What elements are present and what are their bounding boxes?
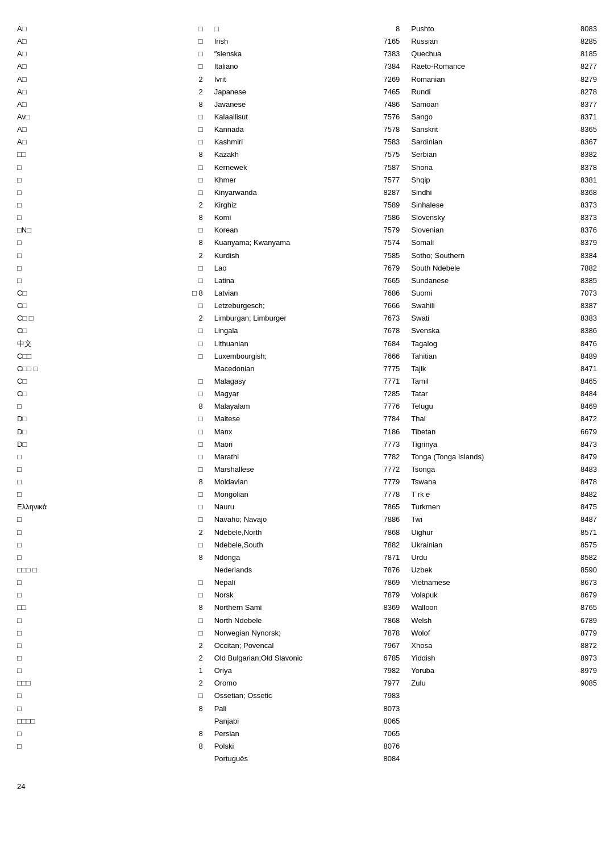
lang-name: Sindhi [411,187,574,198]
list-item: Kashmiri7583 [214,136,400,148]
lang-code: 7871 [377,552,400,563]
lang-name: Slovenian [411,225,574,236]
lang-code: 7665 [377,275,400,286]
lang-name: Tibetan [411,426,574,438]
list-item: Oriya7982 [214,665,400,677]
lang-name: Slovensky [411,212,574,223]
lang-code: 6679 [574,426,597,438]
lang-code: 8673 [574,577,597,588]
lang-name: A□ [17,99,180,110]
column-1: A□□A□□A□□A□□A□2A□2A□8Av□□A□□A□□□□8□□□□□□… [17,23,214,753]
list-item: Korean7579 [214,224,400,236]
list-item: □□□ □ [17,564,203,576]
lang-code: 8979 [574,665,597,676]
lang-code: 8582 [574,552,597,563]
list-item: □□ [17,627,203,639]
page-container: A□□A□□A□□A□□A□2A□2A□8Av□□A□□A□□□□8□□□□□□… [17,23,597,765]
lang-name: Marshallese [214,464,377,475]
lang-code: 8287 [377,187,400,198]
lang-code: 8277 [574,61,597,72]
lang-name: Latina [214,275,377,286]
lang-code: 7868 [377,615,400,626]
lang-name: □ [17,703,180,715]
lang-code: □ [180,48,203,60]
lang-code: 7666 [377,300,400,312]
list-item: Yoruba8979 [411,665,597,677]
lang-code: 8765 [574,602,597,613]
list-item: □□8 [17,148,203,161]
lang-name: A□ [17,86,180,98]
lang-name: Shona [411,162,574,173]
lang-code: 7775 [377,363,400,375]
lang-code: 8368 [574,187,597,198]
list-item: □8 [17,551,203,564]
list-item: □□ [17,463,203,476]
lang-name: Welsh [411,615,574,626]
list-item: □2 [17,526,203,539]
lang-code: 2 [180,313,203,324]
list-item: Shqip8381 [411,174,597,186]
lang-name: Nederlands [214,564,377,576]
list-item: ″slenska7383 [214,48,400,60]
lang-code: □ [180,124,203,135]
lang-code: □ [180,577,203,588]
column-2: □8Irish7165″slenska7383Italiano7384Ivrit… [214,23,412,765]
lang-code: □ [180,615,203,626]
lang-code: 8 [180,237,203,248]
lang-code: 2 [180,74,203,85]
list-item: C□□ [17,375,203,388]
lang-name: □ [17,237,180,248]
lang-name: Tonga (Tonga Islands) [411,451,574,463]
lang-code: 7772 [377,464,400,475]
lang-code: □ [180,690,203,701]
list-item: Navaho; Navajo7886 [214,513,400,526]
list-item: A□□ [17,136,203,148]
lang-code: □ [180,539,203,551]
list-item: Polski8076 [214,740,400,753]
lang-name: Tamil [411,376,574,387]
list-item: C□□ □ [17,363,203,375]
lang-name: C□□ [17,351,180,362]
lang-name: Kalaallisut [214,111,377,123]
lang-name: Russian [411,36,574,47]
list-item: A□8 [17,98,203,111]
lang-code: 7578 [377,124,400,135]
lang-code: □ [180,514,203,525]
list-item: Tonga (Tonga Islands)8479 [411,451,597,463]
lang-name: A□ [17,74,180,85]
lang-name: □ [17,200,180,211]
list-item: □□□2 [17,677,203,690]
lang-name: Rundi [411,86,574,98]
list-item: Irish7165 [214,35,400,48]
list-item: Welsh6789 [411,614,597,627]
lang-code: 7779 [377,476,400,488]
lang-code: □ [180,300,203,312]
lang-code: 7186 [377,426,400,438]
list-item: Nepali7869 [214,576,400,589]
lang-name: □□□ □ [17,564,180,576]
list-item: Lao7679 [214,262,400,275]
lang-name: □ [17,263,180,274]
lang-name: Korean [214,225,377,236]
list-item: Panjabi8065 [214,715,400,728]
lang-code: 7776 [377,401,400,412]
lang-code: 7882 [377,539,400,551]
lang-code: □ [180,225,203,236]
lang-code: 2 [180,653,203,664]
list-item: □□ [17,174,203,186]
lang-name: A□ [17,124,180,135]
lang-code: □ [180,501,203,513]
lang-name: Tagalog [411,338,574,350]
list-item: Khmer7577 [214,174,400,186]
list-item: Ndebele,North7868 [214,526,400,539]
lang-name: Português [214,753,377,765]
list-item: Northern Sami8369 [214,601,400,614]
lang-code: 2 [180,200,203,211]
list-item: D□□ [17,426,203,438]
lang-name: Yoruba [411,665,574,676]
lang-name: D□ [17,426,180,438]
lang-name: Somali [411,237,574,248]
lang-name: Ivrit [214,74,377,85]
list-item: Limburgan; Limburger7673 [214,312,400,325]
page-number: 24 [17,782,597,791]
